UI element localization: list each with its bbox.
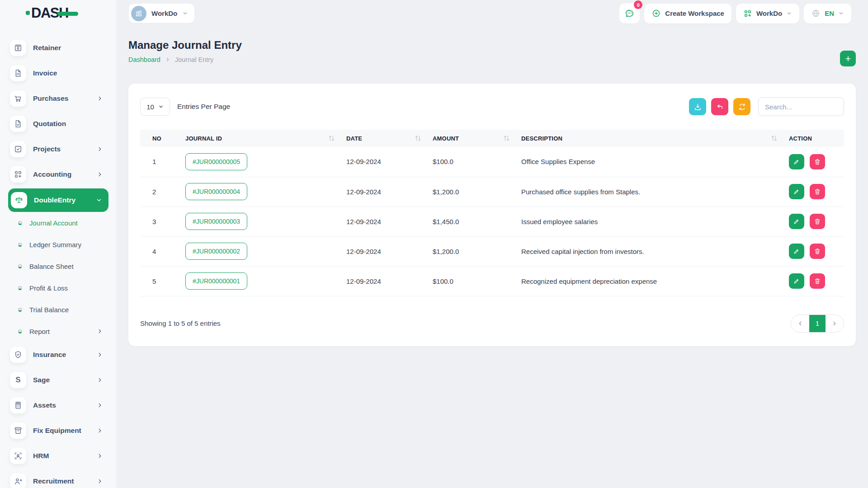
create-workspace-button[interactable]: Create Workspace xyxy=(644,4,731,23)
edit-button[interactable] xyxy=(789,184,804,199)
cell-amount: $1,450.0 xyxy=(433,206,521,236)
plus-circle-icon xyxy=(651,9,661,18)
chevron-down-icon xyxy=(158,104,164,109)
language-selector[interactable]: EN xyxy=(804,4,851,23)
sidebar-item[interactable]: Quotation xyxy=(9,111,116,136)
purchases-icon xyxy=(10,90,26,107)
create-journal-entry-button[interactable] xyxy=(840,51,856,66)
chevron-right-icon xyxy=(97,95,103,102)
chat-icon xyxy=(624,8,635,19)
sidebar-subitem[interactable]: Journal Account xyxy=(9,212,116,234)
sidebar-item[interactable]: Retainer xyxy=(9,35,116,61)
chevron-down-icon xyxy=(182,10,188,16)
sidebar-subitem[interactable]: Ledger Summary xyxy=(9,234,116,255)
column-header[interactable]: DESCRIPTION xyxy=(521,130,789,147)
download-icon xyxy=(693,103,702,111)
entries-per-page-label: Entries Per Page xyxy=(177,103,230,111)
trash-icon xyxy=(814,188,821,195)
edit-button[interactable] xyxy=(789,214,804,229)
edit-button[interactable] xyxy=(789,154,804,169)
entries-per-page-select[interactable]: 10 xyxy=(140,98,170,116)
apps-menu-button[interactable]: WorkDo xyxy=(736,4,799,23)
edit-button[interactable] xyxy=(789,244,804,259)
chevron-right-icon xyxy=(97,377,103,383)
cell-no: 4 xyxy=(140,236,185,266)
undo-button[interactable] xyxy=(711,98,728,115)
column-header[interactable]: ACTION xyxy=(789,130,844,147)
trash-icon xyxy=(814,218,821,225)
chevron-right-icon xyxy=(97,171,103,178)
sidebar-item[interactable]: Fix Equipment xyxy=(9,418,116,443)
cell-no: 5 xyxy=(140,266,185,296)
sidebar-subitem[interactable]: Report xyxy=(9,320,116,342)
trash-icon xyxy=(814,277,821,285)
sidebar-item[interactable]: Recruitment xyxy=(9,469,116,488)
sidebar-item[interactable]: HRM xyxy=(9,443,116,469)
table-row: 3 #JUR000000003 12-09-2024 $1,450.0 Issu… xyxy=(140,206,844,236)
accounting-icon xyxy=(10,166,26,183)
delete-button[interactable] xyxy=(810,154,825,169)
breadcrumb-dashboard-link[interactable]: Dashboard xyxy=(128,56,160,63)
cell-date: 12-09-2024 xyxy=(346,236,433,266)
sidebar-subitem[interactable]: Balance Sheet xyxy=(9,255,116,277)
sidebar-item[interactable]: Accounting xyxy=(9,162,116,187)
messages-badge: 0 xyxy=(634,0,642,9)
sage-icon: S xyxy=(10,372,26,388)
workspace-selector[interactable]: WorkDo xyxy=(129,4,194,23)
sidebar-item[interactable]: Invoice xyxy=(9,61,116,86)
delete-button[interactable] xyxy=(810,244,825,259)
current-page[interactable]: 1 xyxy=(809,314,826,333)
sidebar-item[interactable]: S Sage xyxy=(9,367,116,393)
cell-amount: $100.0 xyxy=(433,266,521,296)
column-header[interactable]: AMOUNT xyxy=(433,130,521,147)
sidebar-item[interactable]: Insurance xyxy=(9,342,116,367)
table-header-row: NO JOURNAL ID xyxy=(140,130,844,147)
plus-icon xyxy=(844,55,852,63)
workspace-avatar xyxy=(131,6,146,21)
journal-id-button[interactable]: #JUR000000004 xyxy=(185,183,247,200)
export-button[interactable] xyxy=(689,98,706,115)
column-header[interactable]: JOURNAL ID xyxy=(185,130,346,147)
sidebar-item[interactable]: Purchases xyxy=(9,86,116,111)
cell-description: Issued employee salaries xyxy=(521,206,789,236)
column-header[interactable]: DATE xyxy=(346,130,433,147)
messages-button[interactable]: 0 xyxy=(619,3,640,23)
journal-id-button[interactable]: #JUR000000002 xyxy=(185,243,247,260)
sort-icon xyxy=(504,136,509,141)
grid-plus-icon xyxy=(743,9,752,18)
journal-id-button[interactable]: #JUR000000003 xyxy=(185,213,247,230)
column-header[interactable]: NO xyxy=(140,130,185,147)
chevron-right-icon xyxy=(165,57,170,62)
entries-summary: Showing 1 to 5 of 5 entries xyxy=(140,319,221,327)
delete-button[interactable] xyxy=(810,273,825,289)
globe-icon xyxy=(811,9,821,18)
cell-no: 2 xyxy=(140,177,185,206)
edit-button[interactable] xyxy=(789,273,804,289)
journal-id-button[interactable]: #JUR000000001 xyxy=(185,272,247,290)
quotation-icon xyxy=(10,116,26,132)
language-code: EN xyxy=(825,9,834,17)
sort-icon xyxy=(415,136,421,141)
next-page-button[interactable] xyxy=(826,314,844,333)
sidebar-subitem[interactable]: Trial Balance xyxy=(9,299,116,320)
logo-accent-dot xyxy=(26,11,30,15)
logo-accent-bar xyxy=(57,12,78,16)
brand-logo[interactable]: DASH xyxy=(26,6,78,20)
sidebar-item[interactable]: Assets xyxy=(9,393,116,418)
workspace-name: WorkDo xyxy=(151,9,177,17)
sidebar-item[interactable]: Projects xyxy=(9,136,116,162)
delete-button[interactable] xyxy=(810,214,825,229)
journal-id-button[interactable]: #JUR000000005 xyxy=(185,153,247,170)
cell-date: 12-09-2024 xyxy=(346,147,433,177)
sidebar-subitem[interactable]: Profit & Loss xyxy=(9,277,116,299)
cell-amount: $1,200.0 xyxy=(433,177,521,206)
bullet-icon xyxy=(18,308,22,312)
refresh-button[interactable] xyxy=(733,98,750,115)
previous-page-button[interactable] xyxy=(791,314,809,333)
breadcrumb-current: Journal Entry xyxy=(175,56,213,63)
sidebar-item-double-entry[interactable]: DoubleEntry xyxy=(8,188,108,212)
chevron-right-icon xyxy=(97,402,103,408)
cell-description: Office Supplies Expense xyxy=(521,147,789,177)
delete-button[interactable] xyxy=(810,184,825,199)
search-input[interactable] xyxy=(758,97,844,116)
